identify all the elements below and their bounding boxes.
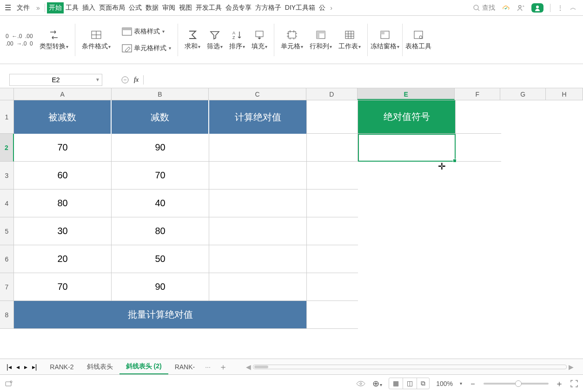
- cell-c1[interactable]: 计算绝对值: [209, 100, 307, 134]
- row-head-3[interactable]: 3: [0, 162, 14, 189]
- cell-a8-merged[interactable]: 批量计算绝对值: [14, 301, 307, 329]
- cancel-icon[interactable]: [121, 76, 129, 84]
- tab-review[interactable]: 审阅: [160, 2, 177, 13]
- file-menu[interactable]: 文件: [13, 4, 33, 12]
- cell-c5[interactable]: [209, 217, 307, 245]
- cell-d5[interactable]: [307, 217, 358, 245]
- table-style-button[interactable]: 表格样式▾: [120, 26, 166, 37]
- tab-member[interactable]: 会员专享: [224, 2, 253, 13]
- tab-view[interactable]: 视图: [177, 2, 194, 13]
- row-head-5[interactable]: 5: [0, 217, 14, 245]
- user-avatar-icon[interactable]: [531, 3, 543, 13]
- fx-label[interactable]: fx: [134, 76, 139, 84]
- tab-insert[interactable]: 插入: [80, 2, 97, 13]
- zoom-slider[interactable]: [484, 383, 549, 385]
- cell-b6[interactable]: 50: [112, 245, 209, 273]
- cell-e2[interactable]: [358, 134, 456, 162]
- col-head-e[interactable]: E: [358, 88, 455, 100]
- view-normal-icon[interactable]: ▦: [389, 378, 403, 389]
- cell-a1[interactable]: 被减数: [14, 100, 112, 134]
- freeze-button[interactable]: 冻结窗格▾: [369, 28, 401, 52]
- menu-icon[interactable]: ☰: [3, 3, 13, 12]
- cell-b4[interactable]: 40: [112, 189, 209, 217]
- cell-c4[interactable]: [209, 189, 307, 217]
- cell-b2[interactable]: 90: [112, 134, 209, 162]
- cell-b7[interactable]: 90: [112, 273, 209, 301]
- cell-b5[interactable]: 80: [112, 217, 209, 245]
- tab-devtools[interactable]: 开发工具: [194, 2, 224, 13]
- tab-start[interactable]: 开始: [47, 2, 64, 13]
- cell-c6[interactable]: [209, 245, 307, 273]
- cloud-sync-icon[interactable]: [502, 4, 510, 12]
- select-all-corner[interactable]: [0, 88, 14, 100]
- formula-input[interactable]: [148, 75, 334, 85]
- row-head-1[interactable]: 1: [0, 100, 14, 134]
- collapse-ribbon-icon[interactable]: ︿: [570, 4, 576, 12]
- tabs-overflow-icon[interactable]: ›: [327, 4, 335, 12]
- row-head-6[interactable]: 6: [0, 245, 14, 273]
- cell-a7[interactable]: 70: [14, 273, 112, 301]
- tab-pagelayout[interactable]: 页面布局: [97, 2, 127, 13]
- tabletool-button[interactable]: 表格工具: [404, 28, 433, 52]
- cell-d2[interactable]: [307, 134, 358, 162]
- focus-icon[interactable]: ⊕▾: [372, 379, 382, 389]
- first-sheet-icon[interactable]: |◂: [7, 363, 12, 371]
- worksheet-button[interactable]: 工作表▾: [337, 28, 363, 52]
- cell-d3[interactable]: [307, 162, 358, 189]
- cell-f2[interactable]: [456, 134, 501, 162]
- row-head-4[interactable]: 4: [0, 189, 14, 217]
- eye-icon[interactable]: [356, 380, 366, 387]
- name-box[interactable]: E2 ▼: [9, 74, 102, 86]
- zoom-out-icon[interactable]: －: [469, 378, 477, 389]
- cell-c2[interactable]: [209, 134, 307, 162]
- more-icon[interactable]: »: [33, 4, 43, 12]
- add-sheet-icon[interactable]: ＋: [214, 361, 232, 372]
- more-vert-icon[interactable]: ⋮: [557, 4, 563, 12]
- cond-format-button[interactable]: 条件格式▾: [80, 28, 113, 52]
- row-head-7[interactable]: 7: [0, 273, 14, 301]
- tab-ffgz[interactable]: 方方格子: [253, 2, 283, 13]
- col-head-a[interactable]: A: [14, 88, 112, 100]
- col-head-c[interactable]: C: [209, 88, 306, 100]
- decimal-group[interactable]: 0 ←.0 .00 .00 →.0 0: [6, 33, 33, 47]
- horizontal-scrollbar[interactable]: ◀ ▶: [246, 364, 574, 370]
- tab-data[interactable]: 数据: [144, 2, 160, 13]
- record-macro-icon[interactable]: [5, 379, 13, 388]
- row-head-8[interactable]: 8: [0, 301, 14, 329]
- zoom-value[interactable]: 100%: [436, 380, 453, 387]
- cell-b1[interactable]: 减数: [112, 100, 209, 134]
- cell-a4[interactable]: 80: [14, 189, 112, 217]
- rowcol-button[interactable]: 行和列▾: [308, 28, 334, 52]
- cell-a2[interactable]: 70: [14, 134, 112, 162]
- scroll-right-icon[interactable]: ▶: [569, 363, 574, 371]
- fullscreen-icon[interactable]: [570, 379, 578, 388]
- cell-d8[interactable]: [307, 301, 358, 329]
- sheet-tab-3[interactable]: RANK-: [168, 360, 202, 373]
- cell-d6[interactable]: [307, 245, 358, 273]
- cell-style-button[interactable]: 单元格样式▾: [120, 43, 173, 53]
- cell-c3[interactable]: [209, 162, 307, 189]
- cell-e1[interactable]: 绝对值符号: [358, 100, 456, 134]
- tab-cut[interactable]: 公: [317, 2, 327, 13]
- cell-d1[interactable]: [307, 100, 358, 134]
- sheet-tab-2[interactable]: 斜线表头 (2): [119, 359, 168, 374]
- prev-sheet-icon[interactable]: ◂: [16, 363, 20, 371]
- chevron-down-icon[interactable]: ▼: [95, 77, 100, 82]
- sort-button[interactable]: AZ 排序▾: [227, 28, 247, 52]
- cell-d7[interactable]: [307, 273, 358, 301]
- sheet-more-icon[interactable]: ···: [201, 363, 214, 371]
- sheet-tab-0[interactable]: RANK-2: [43, 360, 80, 373]
- last-sheet-icon[interactable]: ▸|: [32, 363, 37, 371]
- cell-a3[interactable]: 60: [14, 162, 112, 189]
- scroll-left-icon[interactable]: ◀: [246, 363, 251, 371]
- col-head-g[interactable]: G: [500, 88, 546, 100]
- tab-formula[interactable]: 公式: [127, 2, 144, 13]
- next-sheet-icon[interactable]: ▸: [24, 363, 27, 371]
- add-user-icon[interactable]: +: [517, 4, 525, 12]
- sheet-tab-1[interactable]: 斜线表头: [80, 360, 119, 374]
- col-head-h[interactable]: H: [546, 88, 583, 100]
- cell-f1[interactable]: [456, 100, 501, 134]
- row-head-2[interactable]: 2: [0, 134, 14, 162]
- tab-tool[interactable]: 工具: [64, 2, 80, 13]
- view-break-icon[interactable]: ⧉: [417, 378, 429, 389]
